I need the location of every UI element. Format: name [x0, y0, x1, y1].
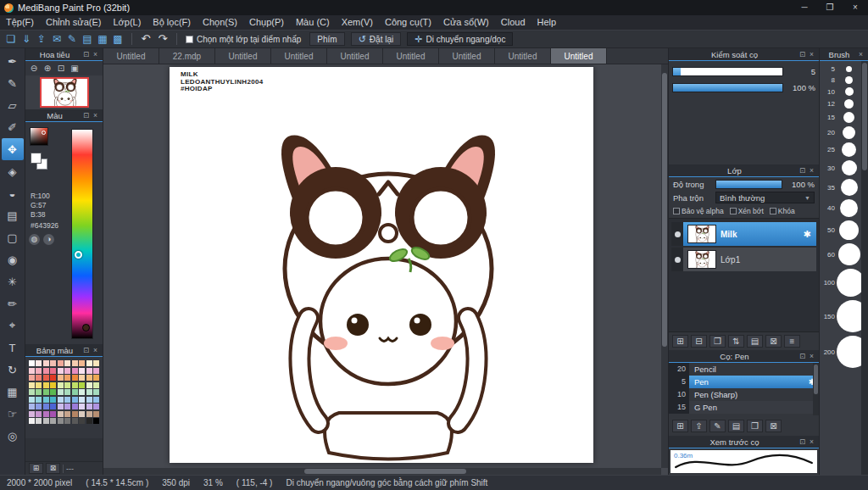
palette-swatch[interactable] — [79, 404, 85, 409]
brush-row[interactable]: 5 Pen ✱ — [669, 376, 819, 388]
move-mode-button[interactable]: ✛ Di chuyển ngang/dọc — [407, 32, 513, 46]
palette-swatch[interactable] — [64, 382, 70, 388]
panel-close-icon[interactable]: × — [856, 50, 865, 58]
palette-swatch[interactable] — [58, 411, 64, 417]
brush-size-item[interactable]: 25 — [820, 141, 861, 159]
palette-swatch[interactable] — [29, 404, 35, 409]
palette-swatch[interactable] — [50, 382, 56, 388]
palette-swatch[interactable] — [93, 368, 99, 374]
palette-swatch[interactable] — [43, 397, 49, 403]
palette-swatch[interactable] — [86, 382, 92, 388]
hue-marker-icon[interactable] — [75, 251, 82, 259]
layer-settings-icon[interactable]: ≡ — [784, 335, 800, 348]
palette-swatch[interactable] — [79, 368, 85, 374]
palette-swatch[interactable] — [58, 368, 64, 374]
palette-swatch[interactable] — [50, 375, 56, 381]
new-layer-icon[interactable]: ⊞ — [672, 335, 688, 348]
foreground-background-swatch[interactable] — [31, 153, 47, 170]
palette-swatch[interactable] — [86, 389, 92, 395]
eraser-tool[interactable]: ▱ — [2, 94, 24, 116]
palette-swatch[interactable] — [79, 397, 85, 403]
canvas-tab[interactable]: Untitled — [327, 48, 383, 64]
brush-size-item[interactable]: 30 — [820, 159, 861, 177]
brush-size-item[interactable]: 200 — [820, 334, 861, 370]
memo-icon[interactable]: ✎ — [64, 32, 80, 47]
palette-swatch[interactable] — [50, 418, 56, 424]
palette-swatch[interactable] — [29, 418, 35, 424]
palette-swatch[interactable] — [79, 411, 85, 417]
menu-item[interactable]: Chọn(S) — [197, 15, 243, 30]
brush-scroll-thumb[interactable] — [814, 365, 818, 393]
palette-swatch[interactable] — [58, 397, 64, 403]
palette-swatch[interactable] — [36, 382, 42, 388]
panel-close-icon[interactable]: × — [91, 346, 100, 354]
panel-close-icon[interactable]: × — [807, 437, 816, 446]
palette-swatch[interactable] — [93, 404, 99, 409]
palette-swatch[interactable] — [86, 418, 92, 424]
divide-tool[interactable]: ▦ — [2, 381, 24, 403]
blend-mode-select[interactable]: Bình thường ▼ — [715, 192, 815, 203]
palette-swatch[interactable] — [58, 404, 64, 409]
lasso-tool[interactable]: ◉ — [2, 248, 24, 270]
palette-swatch[interactable] — [29, 389, 35, 395]
brush-size-scrollbar[interactable] — [861, 61, 868, 475]
menu-item[interactable]: Lớp(L) — [107, 15, 147, 30]
palette-swatch[interactable] — [58, 418, 64, 424]
brush-size-item[interactable]: 100 — [820, 267, 861, 298]
undo-icon[interactable]: ↶ — [138, 32, 153, 47]
canvas-tab[interactable]: Untitled — [215, 48, 271, 64]
layer-row[interactable]: Milk ✱ — [671, 222, 816, 246]
page-panel-icon[interactable]: ▤ — [80, 32, 95, 47]
panel-close-icon[interactable]: × — [807, 166, 816, 175]
palette-swatch[interactable] — [64, 360, 70, 366]
material-icon[interactable]: ▩ — [110, 32, 125, 47]
palette-swatch[interactable] — [93, 411, 99, 417]
layer-visibility-icon[interactable] — [675, 257, 681, 263]
palette-swatch[interactable] — [86, 375, 92, 381]
canvas-tab[interactable]: Untitled — [103, 48, 159, 64]
menu-item[interactable]: Xem(V) — [336, 15, 379, 30]
brush-list-scrollbar[interactable] — [813, 363, 819, 415]
brush-size-item[interactable]: 50 — [820, 219, 861, 242]
brush-size-scroll-thumb[interactable] — [862, 63, 867, 170]
vscroll-thumb[interactable] — [662, 73, 667, 348]
maximize-button[interactable]: ❐ — [817, 0, 843, 15]
hscroll-thumb[interactable] — [304, 469, 466, 474]
current-color-box[interactable] — [30, 127, 48, 146]
bucket-tool[interactable]: ◒ — [2, 182, 24, 204]
hand-tool[interactable]: ☞ — [2, 403, 24, 425]
phim-button[interactable]: Phím — [309, 32, 344, 46]
color-swap-icon[interactable]: ◑ — [43, 234, 54, 245]
clear-layer-icon[interactable]: ⊠ — [765, 335, 782, 348]
palette-swatch[interactable] — [72, 411, 78, 417]
palette-swatch[interactable] — [43, 404, 49, 409]
brush-row[interactable]: 20 Pencil — [669, 363, 819, 376]
brush-size-item[interactable]: 60 — [820, 242, 861, 267]
brush-folder-icon[interactable]: ▤ — [728, 420, 744, 432]
canvas-horizontal-scrollbar[interactable] — [103, 468, 661, 475]
canvas-tab[interactable]: Untitled — [271, 48, 327, 64]
layer-option-checkbox[interactable]: Xén bớt — [730, 207, 764, 215]
merge-layer-icon[interactable]: ⇅ — [728, 335, 744, 348]
palette-swatch[interactable] — [79, 360, 85, 366]
grid-icon[interactable]: ▦ — [95, 32, 110, 47]
palette-swatch[interactable] — [86, 397, 92, 403]
new-canvas-icon[interactable]: ❏ — [3, 32, 19, 47]
palette-swatch[interactable] — [72, 375, 78, 381]
pencil-tool[interactable]: ✎ — [2, 72, 24, 94]
select-tool[interactable]: ▢ — [2, 226, 24, 248]
brush-size-item[interactable]: 5 — [820, 64, 861, 75]
palette-swatch[interactable] — [58, 382, 64, 388]
palette-swatch[interactable] — [50, 411, 56, 417]
menu-item[interactable]: Cửa sổ(W) — [437, 15, 495, 30]
panel-close-icon[interactable]: × — [91, 111, 100, 120]
palette-swatch[interactable] — [36, 375, 42, 381]
palette-swatch[interactable] — [64, 411, 70, 417]
palette-swatch[interactable] — [93, 382, 99, 388]
palette-swatch[interactable] — [43, 368, 49, 374]
palette-swatch[interactable] — [43, 418, 49, 424]
panel-close-icon[interactable]: × — [807, 50, 816, 58]
palette-swatch[interactable] — [64, 404, 70, 409]
palette-swatch[interactable] — [93, 389, 99, 395]
drawing-canvas[interactable]: MILKLEDOANTHUYLINH2004#HOIDAP — [170, 67, 593, 463]
